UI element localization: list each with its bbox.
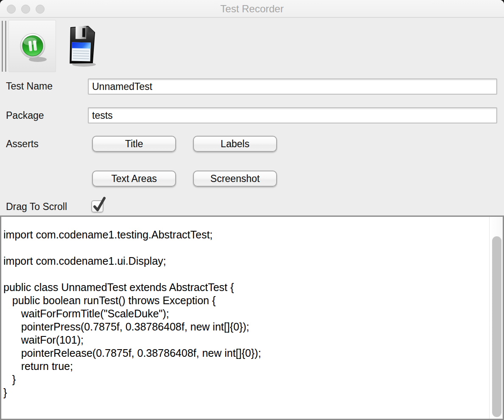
grip-line <box>5 21 6 72</box>
code-line: return true; <box>3 360 489 373</box>
assert-labels-button[interactable]: Labels <box>193 136 277 152</box>
code-line: waitForFormTitle("ScaleDuke"); <box>3 307 489 320</box>
checkmark-icon <box>92 196 106 213</box>
assert-screenshot-button[interactable]: Screenshot <box>193 171 277 187</box>
grip-line <box>2 21 3 72</box>
pause-icon <box>19 31 48 63</box>
generated-code-area[interactable]: import com.codename1.testing.AbstractTes… <box>0 216 504 420</box>
test-name-input[interactable] <box>88 78 497 95</box>
code-line: pointerRelease(0.7875f, 0.38786408f, new… <box>3 347 489 360</box>
code-line <box>3 268 489 281</box>
scrollbar-thumb[interactable] <box>492 236 501 417</box>
window-title: Test Recorder <box>0 0 504 18</box>
test-recorder-window: Test Recorder <box>0 0 504 420</box>
code-line <box>3 241 489 255</box>
drag-to-scroll-label: Drag To Scroll <box>6 201 67 213</box>
pause-recording-button[interactable] <box>8 20 56 72</box>
save-test-button[interactable] <box>66 24 100 68</box>
package-input[interactable] <box>88 107 497 123</box>
test-name-label: Test Name <box>6 81 53 92</box>
code-line: pointerPress(0.7875f, 0.38786408f, new i… <box>3 320 489 333</box>
toolbar <box>0 19 504 73</box>
assert-title-button[interactable]: Title <box>92 136 176 152</box>
vertical-scrollbar[interactable] <box>489 217 503 419</box>
code-line: } <box>3 373 489 386</box>
code-line: import com.codename1.testing.AbstractTes… <box>3 228 489 241</box>
code-line: import com.codename1.ui.Display; <box>3 255 489 268</box>
titlebar: Test Recorder <box>0 0 504 18</box>
assert-text-areas-button[interactable]: Text Areas <box>92 171 176 187</box>
save-icon <box>66 24 100 68</box>
code-line: waitFor(101); <box>3 333 489 347</box>
package-label: Package <box>6 110 44 121</box>
asserts-label: Asserts <box>6 138 39 150</box>
code-text: import com.codename1.testing.AbstractTes… <box>1 217 489 419</box>
code-line: } <box>3 386 489 399</box>
drag-to-scroll-checkbox[interactable] <box>91 200 104 213</box>
code-line: public class UnnamedTest extends Abstrac… <box>3 281 489 294</box>
code-line: public boolean runTest() throws Exceptio… <box>3 294 489 307</box>
